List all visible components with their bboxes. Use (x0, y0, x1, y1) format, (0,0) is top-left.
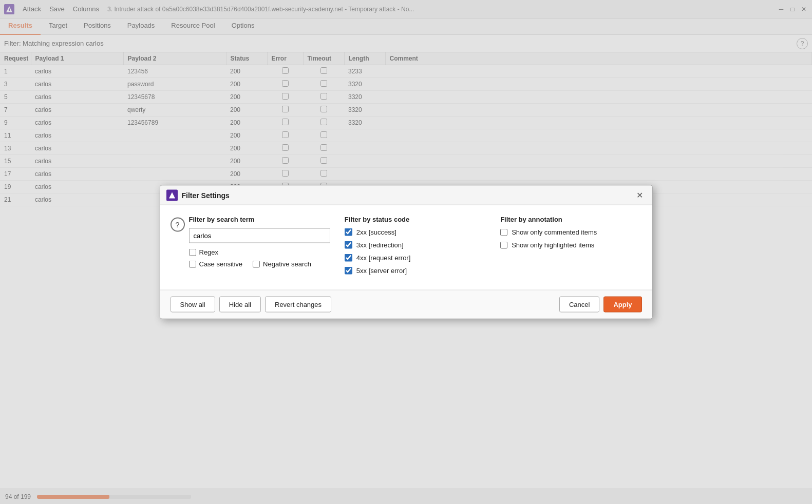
footer-left-buttons: Show all Hide all Revert changes (171, 297, 332, 313)
cancel-button[interactable]: Cancel (559, 297, 599, 313)
case-sensitive-checkbox[interactable] (189, 260, 196, 267)
status-item: 5xx [server error] (345, 267, 486, 275)
annotation-label-0: Show only commented items (512, 228, 597, 236)
status-checkbox-4xx[interactable] (345, 254, 352, 262)
status-item: 4xx [request error] (345, 254, 486, 262)
dialog-body: ? Filter by search term Regex Case sensi… (160, 205, 652, 290)
annotation-section-title: Filter by annotation (500, 216, 641, 223)
status-checkbox-2xx[interactable] (345, 228, 352, 236)
status-label-4xx: 4xx [request error] (356, 254, 411, 262)
status-label-3xx: 3xx [redirection] (356, 241, 404, 249)
case-sensitive-row: Case sensitive (189, 260, 243, 268)
dialog-title: Filter Settings (182, 191, 633, 199)
dialog-close-button[interactable]: ✕ (633, 189, 646, 201)
status-item: 2xx [success] (345, 228, 486, 236)
dialog-footer: Show all Hide all Revert changes Cancel … (160, 290, 652, 319)
status-section-title: Filter by status code (345, 216, 486, 223)
search-term-section: Filter by search term Regex Case sensiti… (189, 216, 330, 280)
dialog-app-icon (166, 189, 178, 201)
annotation-section: Filter by annotation Show only commented… (500, 216, 641, 280)
search-term-input[interactable] (189, 228, 330, 243)
regex-row: Regex (189, 248, 330, 256)
show-all-button[interactable]: Show all (171, 297, 215, 313)
dialog-title-bar: Filter Settings ✕ (160, 186, 652, 205)
status-item: 3xx [redirection] (345, 241, 486, 249)
case-sensitive-label: Case sensitive (199, 260, 243, 268)
annotation-label-1: Show only highlighted items (512, 241, 594, 249)
svg-marker-3 (169, 192, 175, 198)
regex-label: Regex (199, 248, 219, 256)
revert-changes-button[interactable]: Revert changes (265, 297, 331, 313)
help-icon[interactable]: ? (171, 218, 185, 232)
annotation-item: Show only highlighted items (500, 241, 641, 249)
filter-settings-dialog: Filter Settings ✕ ? Filter by search ter… (160, 185, 653, 319)
status-label-2xx: 2xx [success] (356, 228, 396, 236)
search-section-title: Filter by search term (189, 216, 330, 223)
dialog-sections: Filter by search term Regex Case sensiti… (189, 216, 642, 280)
annotation-checkbox-1[interactable] (500, 241, 507, 248)
annotation-item: Show only commented items (500, 228, 641, 236)
regex-checkbox[interactable] (189, 248, 196, 256)
footer-right-buttons: Cancel Apply (559, 297, 642, 313)
status-label-5xx: 5xx [server error] (356, 267, 407, 275)
hide-all-button[interactable]: Hide all (219, 297, 261, 313)
dialog-help-area: ? (171, 216, 189, 232)
negative-search-checkbox[interactable] (253, 260, 260, 267)
status-checkbox-5xx[interactable] (345, 267, 352, 275)
status-checkbox-3xx[interactable] (345, 241, 352, 249)
annotation-checkbox-0[interactable] (500, 228, 507, 236)
negative-search-row: Negative search (253, 260, 311, 268)
apply-button[interactable]: Apply (603, 297, 641, 313)
negative-search-label: Negative search (263, 260, 311, 268)
status-code-section: Filter by status code 2xx [success]3xx [… (345, 216, 486, 280)
